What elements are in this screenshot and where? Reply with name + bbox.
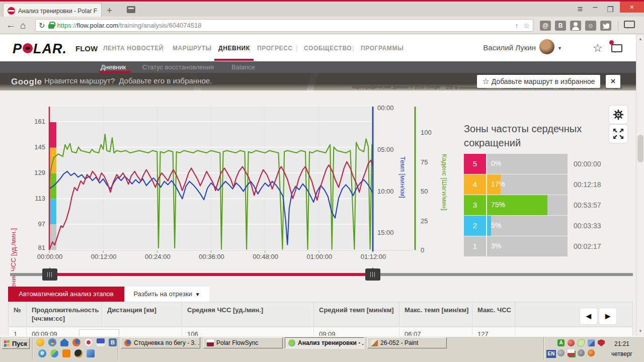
zone-bar: 3% xyxy=(487,236,568,256)
expand-icon xyxy=(613,128,624,139)
ie-icon[interactable]: e xyxy=(38,349,46,357)
zone-number: 3 xyxy=(464,195,486,215)
nav-progress[interactable]: ПРОГРЕСС xyxy=(257,45,293,52)
nav-separator: | xyxy=(209,44,211,52)
chart-settings-button[interactable] xyxy=(609,106,627,124)
browser-titlebar: Анализ тренировки - Polar F + ≡ – ❐ × xyxy=(0,0,644,17)
mail-share-icon[interactable]: @ xyxy=(540,21,551,31)
tab-auto-lap-analysis[interactable]: Автоматический анализ этапов xyxy=(8,287,124,302)
scroll-up-icon[interactable]: ▲ xyxy=(637,35,644,43)
start-button[interactable]: Пуск xyxy=(2,338,30,349)
tray-network-icon[interactable] xyxy=(588,339,595,346)
tray-volume-icon[interactable] xyxy=(578,349,585,356)
firefox-icon[interactable] xyxy=(72,338,80,346)
scrollbar-thumb[interactable] xyxy=(637,135,643,162)
tick-label: 15:00 xyxy=(377,229,394,236)
tab-split-segments[interactable]: Разбить на отрезки▼ xyxy=(124,287,209,302)
paint-icon xyxy=(371,339,378,346)
tray-webcam-icon[interactable] xyxy=(557,349,565,356)
favorites-star-icon[interactable]: ☆ xyxy=(593,42,603,55)
next-page-button[interactable]: ▶ xyxy=(599,308,616,324)
vk-share-icon[interactable]: В xyxy=(555,21,566,31)
minimize-button[interactable]: – xyxy=(589,3,602,12)
tray-leaf-icon[interactable] xyxy=(578,339,585,346)
task-paint[interactable]: 26-052 - Paint xyxy=(367,337,447,348)
twitter-share-icon[interactable] xyxy=(600,21,611,31)
player-icon[interactable] xyxy=(74,349,83,357)
nav-community[interactable]: СООБЩЕСТВО xyxy=(304,45,352,52)
nav-separator: | xyxy=(249,44,251,52)
star-icon: ☆ xyxy=(482,77,489,85)
chart-fullscreen-button[interactable] xyxy=(609,125,627,143)
task-training-analysis[interactable]: Анализ тренировки - ... xyxy=(285,337,364,348)
myworld-share-icon[interactable]: ☺ xyxy=(585,21,596,31)
language-indicator[interactable]: EN xyxy=(546,350,556,358)
training-chart[interactable]: 161145129113978100:0005:0010:0015:001007… xyxy=(0,90,644,336)
scrubber-handle-right[interactable] xyxy=(365,268,380,281)
prev-page-button[interactable]: ◀ xyxy=(580,308,597,324)
nav-routes[interactable]: МАРШРУТЫ xyxy=(173,45,212,52)
subnav-balance[interactable]: Balance xyxy=(231,63,255,71)
tab-list-icon[interactable] xyxy=(127,6,135,13)
comments-icon[interactable] xyxy=(624,21,635,28)
tick-label: 81 xyxy=(28,244,45,251)
scroll-down-icon[interactable]: ▼ xyxy=(637,327,644,335)
tick-label: 00:36:00 xyxy=(193,253,230,260)
save-icon[interactable] xyxy=(97,338,105,346)
chevron-down-icon[interactable]: ▼ xyxy=(557,46,562,51)
back-icon[interactable]: ← xyxy=(6,20,16,31)
url-text[interactable]: https://flow.polar.com/training/analysis… xyxy=(57,22,512,29)
odnoklassniki-icon[interactable] xyxy=(62,349,70,357)
menu-icon[interactable]: ≡ xyxy=(574,4,587,15)
new-tab-button[interactable]: + xyxy=(107,6,112,15)
amigo-icon[interactable] xyxy=(36,338,44,346)
tray-red-icon[interactable] xyxy=(568,339,575,346)
vk-icon[interactable]: B xyxy=(109,338,117,346)
scrubber-handle-left[interactable] xyxy=(42,268,57,281)
globe-icon xyxy=(288,339,295,346)
address-bar[interactable]: ↻ https://flow.polar.com/training/analys… xyxy=(35,19,533,32)
nav-news[interactable]: ЛЕНТА НОВОСТЕЙ xyxy=(103,45,164,52)
tray-sync-icon[interactable] xyxy=(568,349,575,356)
zone-bar: 17% xyxy=(487,174,568,195)
maps-icon[interactable] xyxy=(50,349,58,357)
hr-zone-row: 50%00:00:00 xyxy=(464,154,603,174)
chart-canvas[interactable] xyxy=(0,103,453,269)
page-scrollbar[interactable]: ▲ ▼ xyxy=(636,34,644,336)
laps-table-header: № Продолжительность [чч:мм:сс] Дистанция… xyxy=(8,302,633,327)
reload-icon[interactable]: ↻ xyxy=(39,21,45,30)
browser-tab[interactable]: Анализ тренировки - Polar F xyxy=(3,3,102,18)
chrome-icon[interactable] xyxy=(48,338,56,346)
share-icon[interactable]: ↑ xyxy=(515,22,518,30)
polar-logo[interactable]: PLAR. xyxy=(13,41,67,57)
task-label: 26-052 - Paint xyxy=(380,339,418,346)
banner-close-button[interactable]: × xyxy=(606,75,620,88)
nav-programs[interactable]: ПРОГРАММЫ xyxy=(361,45,404,52)
home-icon[interactable]: ⌂ xyxy=(20,20,26,31)
user-name[interactable]: Василий Лукин xyxy=(475,43,536,52)
zone-number: 1 xyxy=(464,236,486,256)
task-flowsync[interactable]: Polar FlowSync xyxy=(203,337,283,348)
bookmark-star-icon[interactable]: ☆ xyxy=(523,22,530,30)
tray-aimp-icon[interactable]: A xyxy=(557,339,565,346)
close-button[interactable]: × xyxy=(620,2,644,13)
ok-share-icon[interactable] xyxy=(570,21,581,31)
nav-diary[interactable]: ДНЕВНИК xyxy=(218,45,250,52)
opera-icon[interactable] xyxy=(85,338,93,346)
restore-button[interactable]: ❐ xyxy=(604,5,617,14)
tray-guard-icon[interactable] xyxy=(588,349,595,356)
scrubber-selected-range[interactable] xyxy=(50,273,373,276)
zone-percent: 75% xyxy=(491,201,505,209)
cadence-axis-title: Каденс [Шаги/мин] xyxy=(441,130,448,235)
add-route-favorite-button[interactable]: ☆Добавьте маршрут в избранное xyxy=(477,75,600,88)
task-firefox[interactable]: Стодневка по бегу - 3. ... xyxy=(121,337,200,348)
avatar[interactable] xyxy=(539,39,554,54)
app-icon[interactable] xyxy=(87,349,95,357)
subnav-recovery[interactable]: Статус восстановления xyxy=(142,63,214,71)
notifications-icon[interactable] xyxy=(611,44,622,52)
taskbar-clock[interactable]: 21:21четверг xyxy=(606,339,637,359)
tick-label: 161 xyxy=(28,118,45,125)
subnav-diary[interactable]: Дневник xyxy=(101,63,126,71)
notification-dot xyxy=(609,40,614,45)
hr-zone-row: 13%00:02:17 xyxy=(464,236,603,256)
